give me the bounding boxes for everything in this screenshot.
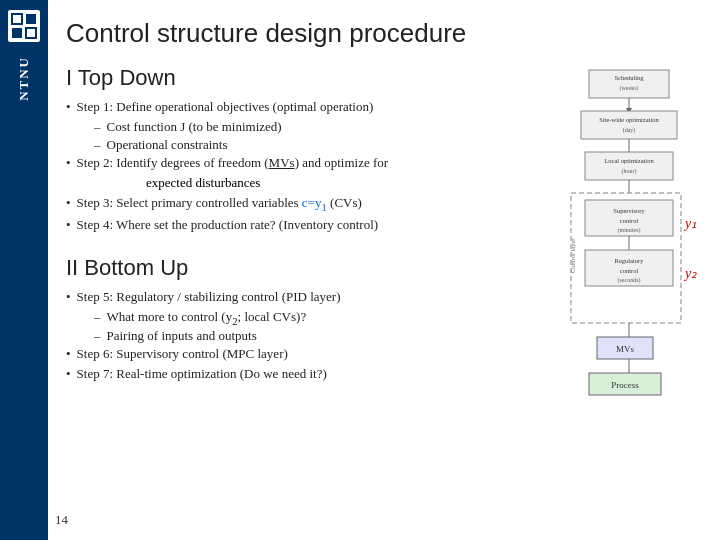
brand-name: NTNU — [16, 56, 32, 101]
svg-rect-3 — [26, 28, 36, 38]
sub-what-control: What more to control (y2; local CVs)? — [94, 309, 702, 327]
svg-rect-1 — [26, 14, 36, 24]
section-i: I Top Down Step 1: Define operational ob… — [66, 65, 702, 237]
bullet-step2-text: Step 2: Identify degrees of freedom (MVs… — [77, 155, 389, 171]
bullet-step2: Step 2: Identify degrees of freedom (MVs… — [66, 155, 702, 171]
sub-constraints: Operational constraints — [94, 137, 702, 153]
svg-rect-0 — [12, 14, 22, 24]
bullet-step4-text: Step 4: Where set the production rate? (… — [77, 217, 379, 233]
bullet-step7-text: Step 7: Real-time optimization (Do we ne… — [77, 366, 327, 382]
sub-pairing: Pairing of inputs and outputs — [94, 328, 702, 344]
sub-cost-function: Cost function J (to be minimized) — [94, 119, 702, 135]
bullet-step3-text: Step 3: Select primary controlled variab… — [77, 195, 362, 213]
expected-disturbances: expected disturbances — [66, 175, 702, 191]
sidebar: NTNU — [0, 0, 48, 540]
bullet-step7: Step 7: Real-time optimization (Do we ne… — [66, 366, 702, 382]
bullet-step6-text: Step 6: Supervisory control (MPC layer) — [77, 346, 288, 362]
page-title: Control structure design procedure — [66, 18, 702, 49]
section-ii-bullets: Step 5: Regulatory / stabilizing control… — [66, 289, 702, 383]
section-ii: II Bottom Up Step 5: Regulatory / stabil… — [66, 255, 702, 387]
section-ii-heading: II Bottom Up — [66, 255, 702, 281]
bullet-step3: Step 3: Select primary controlled variab… — [66, 195, 702, 213]
section-i-bullets: Step 1: Define operational objectives (o… — [66, 99, 702, 233]
bullet-step4: Step 4: Where set the production rate? (… — [66, 217, 702, 233]
step1-sub: Cost function J (to be minimized) Operat… — [66, 119, 702, 153]
svg-rect-2 — [12, 28, 22, 38]
bullet-step5: Step 5: Regulatory / stabilizing control… — [66, 289, 702, 305]
bullet-step6: Step 6: Supervisory control (MPC layer) — [66, 346, 702, 362]
step5-sub: What more to control (y2; local CVs)? Pa… — [66, 309, 702, 345]
bullet-step1-text: Step 1: Define operational objectives (o… — [77, 99, 374, 115]
bullet-step5-text: Step 5: Regulatory / stabilizing control… — [77, 289, 341, 305]
main-content: Control structure design procedure I Top… — [48, 0, 720, 540]
section-i-heading: I Top Down — [66, 65, 702, 91]
bullet-step1: Step 1: Define operational objectives (o… — [66, 99, 702, 115]
ntnu-logo — [8, 10, 40, 42]
